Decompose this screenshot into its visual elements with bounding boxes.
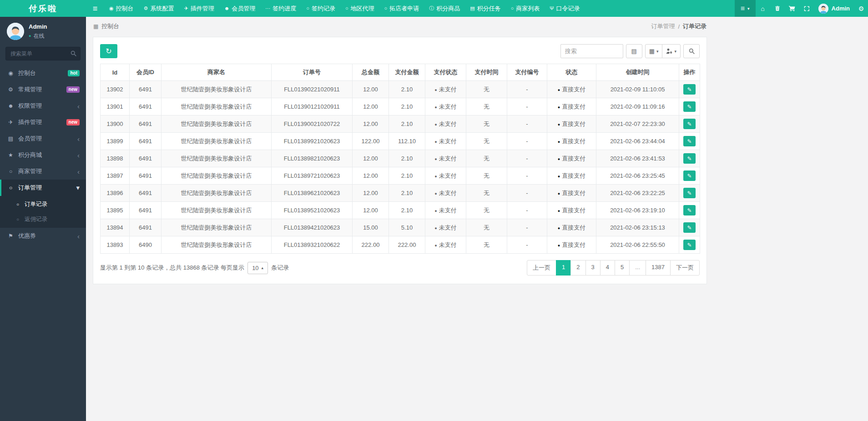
column-header: 支付编号	[507, 64, 547, 81]
status-cell: ●直接支付	[547, 115, 596, 133]
pagination-ellipsis: ...	[629, 260, 646, 276]
sidebar-item-label: 优惠券	[18, 232, 36, 240]
trash-icon	[775, 5, 780, 11]
status-label: 直接支付	[562, 172, 585, 179]
status-dot-icon: ●	[434, 105, 437, 110]
gear-icon: ⚙	[144, 6, 148, 11]
order-no-cell: FLL01389621020623	[272, 185, 353, 202]
page-button[interactable]: 1	[556, 260, 571, 276]
status-label: 直接支付	[562, 138, 585, 145]
sidebar-item[interactable]: ◉控制台hot	[0, 65, 86, 81]
next-page-button[interactable]: 下一页	[670, 260, 700, 276]
edit-button[interactable]: ✎	[683, 136, 696, 146]
created-cell: 2021-02-06 23:41:53	[596, 150, 679, 167]
topnav-item-label: 签约进度	[273, 5, 296, 13]
user-menu[interactable]: Admin	[814, 0, 854, 17]
sidebar-item[interactable]: ○商家管理‹	[0, 163, 86, 180]
table-search-input[interactable]	[560, 44, 623, 58]
table-row: 139026491世纪陆壹捌美妆形象设计店FLL0139022102091112…	[101, 81, 700, 98]
sidebar-search-input[interactable]	[5, 47, 81, 60]
column-header: 订单号	[272, 64, 353, 81]
cart-button[interactable]	[785, 0, 799, 17]
sidebar-item[interactable]: ☻权限管理‹	[0, 98, 86, 114]
prev-page-button[interactable]: 上一页	[527, 260, 556, 276]
sidebar-subitem[interactable]: ○订单记录	[0, 197, 86, 212]
sidebar-toggle[interactable]: ≡	[86, 0, 104, 17]
toggle-view-button[interactable]: ▤	[626, 44, 642, 58]
topnav-item[interactable]: ⓘ积分商品	[424, 0, 465, 17]
home-button[interactable]: ⌂	[756, 0, 770, 17]
column-header: 支付时间	[466, 64, 507, 81]
topnav-item[interactable]: ○地区代理	[340, 0, 379, 17]
pay-no-cell: -	[507, 115, 547, 133]
settings-button[interactable]: ⚙	[854, 0, 868, 17]
page-button[interactable]: 1387	[646, 260, 671, 276]
edit-button[interactable]: ✎	[683, 240, 696, 250]
sidebar-item[interactable]: ○订单管理▾	[0, 180, 86, 196]
breadcrumb-item[interactable]: 订单管理	[651, 22, 675, 30]
export-button[interactable]: ▾	[662, 44, 681, 58]
page-button[interactable]: 4	[600, 260, 615, 276]
pencil-icon: ✎	[687, 104, 691, 110]
topnav-item[interactable]: ⋯签约进度	[260, 0, 301, 17]
sidebar-item[interactable]: ▤会员管理‹	[0, 130, 86, 147]
edit-button[interactable]: ✎	[683, 205, 696, 216]
page-size-select[interactable]: 10 ▴	[247, 262, 268, 274]
edit-button[interactable]: ✎	[683, 84, 696, 95]
sidebar-item[interactable]: ✈插件管理new	[0, 114, 86, 130]
table-body: 139026491世纪陆壹捌美妆形象设计店FLL0139022102091112…	[101, 81, 700, 254]
edit-button[interactable]: ✎	[683, 119, 696, 129]
sidebar-item[interactable]: ★积分商城‹	[0, 147, 86, 163]
action-cell: ✎	[679, 202, 700, 219]
page-button[interactable]: 2	[570, 260, 585, 276]
trash-button[interactable]	[770, 0, 785, 17]
topnav-item-label: 积分任务	[477, 5, 501, 13]
topnav-item-label: 口令记录	[556, 5, 580, 13]
topnav-item-label: 积分商品	[436, 5, 460, 13]
status-cell: ●直接支付	[547, 236, 596, 254]
created-cell: 2021-02-07 22:23:30	[596, 115, 679, 133]
column-header: 支付金额	[389, 64, 425, 81]
member-id-cell: 6491	[130, 115, 161, 133]
id-cell: 13894	[101, 219, 130, 236]
sidebar-subitem[interactable]: ○返佣记录	[0, 212, 86, 227]
topnav-item[interactable]: ▤积分任务	[465, 0, 505, 17]
nav-menu-dropdown-button[interactable]: ≡▾	[735, 0, 756, 17]
topnav-item[interactable]: ○拓店者申请	[379, 0, 424, 17]
topnav-menu: ◉控制台⚙系统配置✈插件管理☻会员管理⋯签约进度○签约记录○地区代理○拓店者申请…	[104, 0, 585, 17]
pay-no-cell: -	[507, 202, 547, 219]
chevron-left-icon: ‹	[77, 135, 80, 143]
edit-button[interactable]: ✎	[683, 153, 696, 164]
status-dot-icon: ●	[434, 174, 437, 179]
refresh-button[interactable]: ↻	[100, 44, 117, 58]
pencil-icon: ✎	[687, 207, 691, 214]
search-button[interactable]	[683, 44, 700, 58]
order-no-cell: FLL01389521020623	[272, 202, 353, 219]
id-cell: 13897	[101, 167, 130, 185]
created-cell: 2021-02-09 11:10:05	[596, 81, 679, 98]
edit-button[interactable]: ✎	[683, 170, 696, 181]
created-cell: 2021-02-09 11:09:16	[596, 98, 679, 115]
edit-button[interactable]: ✎	[683, 188, 696, 198]
expand-button[interactable]	[799, 0, 814, 17]
topnav-item[interactable]: ☻会员管理	[219, 0, 261, 17]
edit-button[interactable]: ✎	[683, 101, 696, 112]
merchant-cell: 世纪陆壹捌美妆形象设计店	[161, 219, 272, 236]
merchant-cell: 世纪陆壹捌美妆形象设计店	[161, 236, 272, 254]
table-options-group: ▦ ▾ ▾	[645, 44, 681, 58]
edit-button[interactable]: ✎	[683, 222, 696, 233]
merchant-cell: 世纪陆壹捌美妆形象设计店	[161, 167, 272, 185]
topnav-item[interactable]: ○商家列表	[506, 0, 545, 17]
page-button[interactable]: 5	[615, 260, 630, 276]
topnav-item[interactable]: ○签约记录	[301, 0, 340, 17]
member-id-cell: 6491	[130, 150, 161, 167]
page-button[interactable]: 3	[585, 260, 601, 276]
sidebar-item[interactable]: ⚑优惠券‹	[0, 228, 86, 244]
topnav-item[interactable]: ✈插件管理	[179, 0, 219, 17]
topnav-item[interactable]: ◉控制台	[104, 0, 139, 17]
sidebar-item[interactable]: ⚙常规管理new	[0, 81, 86, 98]
columns-button[interactable]: ▦ ▾	[645, 44, 663, 58]
topnav-item[interactable]: Ψ口令记录	[545, 0, 585, 17]
cart-icon	[789, 5, 795, 11]
topnav-item[interactable]: ⚙系统配置	[139, 0, 179, 17]
